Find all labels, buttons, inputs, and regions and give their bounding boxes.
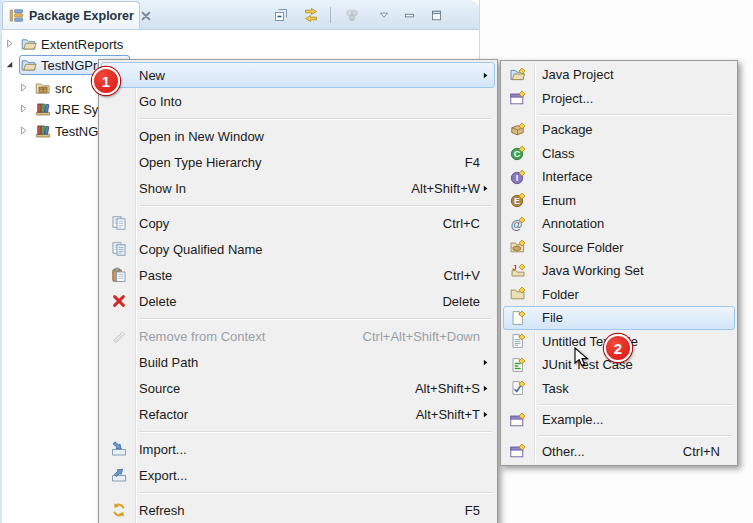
menu-item-label: New: [139, 68, 462, 83]
mouse-cursor: [574, 347, 594, 373]
folder-icon: [510, 286, 526, 302]
project-folder-icon: [21, 57, 37, 73]
new-submenu-item-annotation[interactable]: @Annotation: [503, 212, 735, 236]
tree-item-body[interactable]: ExtentReports: [19, 34, 128, 54]
new-submenu-item-task[interactable]: Task: [503, 377, 735, 401]
tree-item-label: src: [55, 81, 72, 96]
annotation-badge-1: 1: [92, 67, 120, 95]
new-submenu-item-interface[interactable]: IInterface: [503, 165, 735, 189]
context-menu-item-source[interactable]: SourceAlt+Shift+S: [101, 375, 495, 401]
project-icon: [510, 90, 526, 106]
context-menu-item-import[interactable]: Import...: [101, 436, 495, 462]
new-submenu-item-folder[interactable]: Folder: [503, 283, 735, 307]
menu-separator: [538, 435, 732, 436]
working-sets-button[interactable]: [344, 7, 360, 23]
context-menu-item-go-into[interactable]: Go Into: [101, 88, 495, 114]
tree-item-body[interactable]: TestNG: [33, 121, 103, 141]
menu-item-label: Open in New Window: [139, 129, 462, 144]
tree-item-src[interactable]: src: [18, 78, 77, 98]
submenu-arrow-icon: [480, 384, 490, 393]
tree-item-testng[interactable]: TestNG: [18, 121, 103, 141]
menu-separator: [538, 404, 732, 405]
maximize-button[interactable]: [430, 9, 443, 22]
java-working-set-icon: J: [510, 263, 526, 279]
expander-icon[interactable]: [4, 38, 16, 50]
context-menu-item-export[interactable]: Export...: [101, 462, 495, 488]
toolbar-separator: [330, 7, 331, 23]
export-icon: [111, 467, 127, 483]
menu-item-label: Refactor: [139, 407, 398, 422]
expander-icon[interactable]: [18, 125, 30, 137]
new-submenu-item-java-working-set[interactable]: JJava Working Set: [503, 259, 735, 283]
menu-item-shortcut: F4: [465, 155, 480, 170]
menu-separator: [139, 318, 492, 319]
java-project-icon: [510, 67, 526, 83]
context-menu-item-build-path[interactable]: Build Path: [101, 349, 495, 375]
new-submenu-item-other[interactable]: Other...Ctrl+N: [503, 440, 735, 464]
menu-item-label: Enum: [542, 193, 702, 208]
no-icon: [111, 354, 127, 370]
paste-icon: [111, 267, 127, 283]
no-icon: [111, 154, 127, 170]
menu-item-label: Delete: [139, 294, 424, 309]
svg-text:C: C: [514, 149, 521, 159]
context-menu-item-show-in[interactable]: Show InAlt+Shift+W: [101, 175, 495, 201]
view-menu-button[interactable]: [378, 9, 390, 21]
other-icon: [510, 443, 526, 459]
context-menu-item-remove-from-context[interactable]: Remove from ContextCtrl+Alt+Shift+Down: [101, 323, 495, 349]
new-submenu-item-enum[interactable]: EEnum: [503, 189, 735, 213]
no-icon: [111, 180, 127, 196]
context-menu-item-new[interactable]: New: [101, 62, 495, 88]
menu-item-label: Go Into: [139, 94, 462, 109]
new-submenu: Java ProjectProject...PackageCClassIInte…: [500, 60, 738, 466]
new-submenu-item-class[interactable]: CClass: [503, 142, 735, 166]
menu-item-label: Class: [542, 146, 702, 161]
menu-item-label: Java Working Set: [542, 263, 702, 278]
context-menu-item-refresh[interactable]: RefreshF5: [101, 497, 495, 523]
example-icon: [510, 412, 526, 428]
menu-item-label: Annotation: [542, 216, 702, 231]
submenu-arrow-icon: [480, 71, 490, 80]
new-submenu-item-project[interactable]: Project...: [503, 87, 735, 111]
copy-qualified-name-icon: [111, 241, 127, 257]
minimize-button[interactable]: [403, 9, 416, 22]
menu-separator: [139, 118, 492, 119]
menu-item-label: Task: [542, 381, 702, 396]
collapse-all-button[interactable]: [273, 7, 289, 23]
context-menu-item-open-type-hierarchy[interactable]: Open Type HierarchyF4: [101, 149, 495, 175]
expander-icon[interactable]: [4, 59, 16, 71]
submenu-arrow-icon: [480, 358, 490, 367]
library-icon: [35, 123, 51, 139]
tab-package-explorer[interactable]: Package Explorer: [2, 1, 140, 29]
link-with-editor-button[interactable]: [303, 7, 319, 23]
new-submenu-item-java-project[interactable]: Java Project: [503, 63, 735, 87]
tree-item-body[interactable]: src: [33, 78, 77, 98]
context-menu-item-open-in-new-window[interactable]: Open in New Window: [101, 123, 495, 149]
new-submenu-item-example[interactable]: Example...: [503, 408, 735, 432]
expander-icon[interactable]: [18, 82, 30, 94]
svg-text:E: E: [514, 196, 520, 206]
package-folder-icon: [35, 80, 51, 96]
menu-item-shortcut: Ctrl+C: [443, 216, 480, 231]
menu-item-shortcut: Ctrl+N: [683, 444, 720, 459]
close-icon[interactable]: [139, 9, 153, 23]
menu-separator: [139, 431, 492, 432]
window-left-edge: [0, 0, 2, 523]
context-menu-item-delete[interactable]: DeleteDelete: [101, 288, 495, 314]
no-icon: [111, 128, 127, 144]
tree-item-label: ExtentReports: [41, 37, 123, 52]
enum-icon: E: [510, 192, 526, 208]
new-submenu-item-source-folder[interactable]: Source Folder: [503, 236, 735, 260]
expander-icon[interactable]: [18, 103, 30, 115]
eclipse-window: Package Explorer ExtentReportsTestNGProj…: [0, 0, 753, 523]
context-menu-item-refactor[interactable]: RefactorAlt+Shift+T: [101, 401, 495, 427]
context-menu-item-paste[interactable]: PasteCtrl+V: [101, 262, 495, 288]
new-submenu-item-package[interactable]: Package: [503, 118, 735, 142]
menu-item-shortcut: Alt+Shift+S: [415, 381, 480, 396]
new-submenu-item-file[interactable]: File: [503, 306, 735, 330]
package-explorer-icon: [9, 8, 24, 23]
source-folder-icon: [510, 239, 526, 255]
tree-item-extentreports[interactable]: ExtentReports: [4, 34, 128, 54]
context-menu-item-copy[interactable]: CopyCtrl+C: [101, 210, 495, 236]
context-menu-item-copy-qualified-name[interactable]: Copy Qualified Name: [101, 236, 495, 262]
